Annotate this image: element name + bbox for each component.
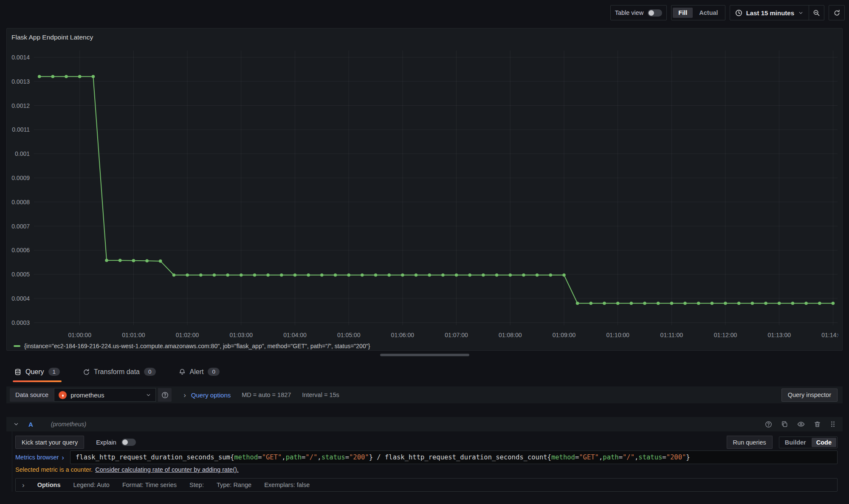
prometheus-icon [59,391,67,399]
svg-text:01:04:00: 01:04:00 [283,332,307,338]
refresh-button[interactable] [829,5,845,20]
query-options-expander[interactable]: › Query options [183,391,231,399]
format-option: Format: Time series [122,481,177,488]
query-datasource-hint: (prometheus) [51,421,86,428]
warning-text: Selected metric is a counter. [15,466,93,473]
query-field-row: Metrics browser › flask_http_request_dur… [15,451,838,464]
latency-panel: Flask App Endpoint Latency 0.00030.00040… [6,28,843,351]
panel-title: Flask App Endpoint Latency [11,34,93,41]
max-data-points-text: MD = auto = 1827 [242,391,291,398]
svg-text:0.0014: 0.0014 [11,54,30,61]
svg-text:0.0003: 0.0003 [11,319,30,326]
svg-text:01:12:00: 01:12:00 [714,332,737,338]
query-group-guide [12,431,12,492]
toggle-knob [649,10,654,16]
svg-text:01:10:00: 01:10:00 [606,332,629,338]
editor-toolbar: Kick start your query Explain Run querie… [15,436,838,449]
horizontal-scrollbar[interactable] [380,354,469,356]
datasource-picker[interactable]: prometheus [54,388,156,402]
help-circle-icon[interactable] [765,421,772,428]
toggle-knob [122,439,128,445]
table-view-label: Table view [615,9,644,16]
svg-text:01:09:00: 01:09:00 [553,332,576,338]
svg-text:0.0011: 0.0011 [12,126,30,133]
svg-text:01:05:00: 01:05:00 [337,332,361,338]
svg-text:01:08:00: 01:08:00 [499,332,522,338]
builder-code-switch: Builder Code [779,436,838,448]
panel-toolbar: Table view Fill Actual Last 15 minutes [610,5,845,20]
explain-toggle[interactable] [121,439,136,446]
table-view-toggle[interactable] [648,9,662,17]
duplicate-query-icon[interactable] [781,421,788,428]
drag-handle-icon[interactable] [830,421,836,428]
query-inspector-button[interactable]: Query inspector [781,389,838,402]
tab-transform-data[interactable]: Transform data 0 [81,363,157,382]
step-option: Step: [189,481,204,488]
tab-query-label: Query [25,368,44,376]
zoom-out-button[interactable] [809,6,824,20]
svg-text:01:06:00: 01:06:00 [391,332,415,338]
datasource-value: prometheus [71,391,142,399]
datasource-row: Data source prometheus › Query options M… [6,386,843,403]
edit-pane-tabs: Query 1 Transform data 0 Alert 0 [13,363,221,382]
tab-alert[interactable]: Alert 0 [177,363,221,382]
time-picker-group: Last 15 minutes [730,5,824,20]
metrics-browser-expander[interactable]: Metrics browser › [15,454,70,461]
kick-start-query-button[interactable]: Kick start your query [15,436,84,449]
query-options-bar[interactable]: › Options Legend: Auto Format: Time seri… [15,478,838,492]
builder-option[interactable]: Builder [780,438,811,447]
svg-text:01:03:00: 01:03:00 [230,332,253,338]
fill-option[interactable]: Fill [673,8,693,18]
explain-label: Explain [96,439,116,446]
series-color-swatch [14,345,20,347]
svg-text:0.0007: 0.0007 [11,223,30,230]
code-option[interactable]: Code [812,438,836,447]
tab-alert-count: 0 [208,368,220,376]
chevron-down-icon [146,392,151,398]
promql-query-text: flask_http_request_duration_seconds_sum{… [76,453,690,461]
bell-icon [179,369,186,375]
tab-query[interactable]: Query 1 [13,363,62,382]
query-row-actions [765,420,836,428]
svg-text:0.001: 0.001 [15,150,30,157]
actual-option[interactable]: Actual [694,8,723,18]
tab-query-count: 1 [48,368,60,376]
interval-text: Interval = 15s [302,391,339,398]
options-label: Options [37,481,61,488]
chart-legend[interactable]: {instance="ec2-184-169-216-224.us-west-1… [14,343,370,349]
svg-text:01:00:00: 01:00:00 [68,332,91,338]
run-queries-button[interactable]: Run queries [727,436,773,449]
svg-text:01:13:00: 01:13:00 [767,332,791,338]
toggle-visibility-icon[interactable] [797,420,805,428]
chevron-right-icon: › [183,391,186,399]
svg-text:0.0008: 0.0008 [11,199,30,206]
query-row-header[interactable]: A (prometheus) [6,417,843,431]
query-options-summary: MD = auto = 1827 Interval = 15s [242,391,339,398]
table-view-control: Table view [610,5,667,20]
latency-chart[interactable]: 0.00030.00040.00050.00060.00070.00080.00… [10,47,838,340]
datasource-label: Data source [10,388,54,402]
zoom-out-icon [813,9,820,17]
time-range-button[interactable]: Last 15 minutes [730,6,809,20]
svg-text:0.0013: 0.0013 [11,78,30,85]
help-circle-icon [161,391,169,399]
tab-transform-label: Transform data [94,368,140,376]
delete-query-icon[interactable] [814,421,821,428]
svg-text:0.0009: 0.0009 [11,175,30,181]
refresh-icon [833,9,841,17]
time-range-label: Last 15 minutes [746,9,794,17]
svg-text:01:07:00: 01:07:00 [445,332,468,338]
chevron-down-icon [798,10,804,16]
svg-text:0.0004: 0.0004 [11,295,30,302]
type-option: Type: Range [217,481,251,488]
datasource-help-button[interactable] [158,388,172,402]
tab-transform-count: 0 [144,368,156,376]
legend-option: Legend: Auto [73,481,109,488]
clock-icon [735,9,742,17]
add-rate-hint-link[interactable]: Consider calculating rate of counter by … [95,466,239,473]
chevron-right-icon: › [22,481,25,489]
collapse-chevron-icon[interactable] [13,421,19,427]
fill-actual-switch: Fill Actual [671,5,725,20]
svg-text:01:01:00: 01:01:00 [122,332,145,338]
promql-query-input[interactable]: flask_http_request_duration_seconds_sum{… [70,451,838,464]
